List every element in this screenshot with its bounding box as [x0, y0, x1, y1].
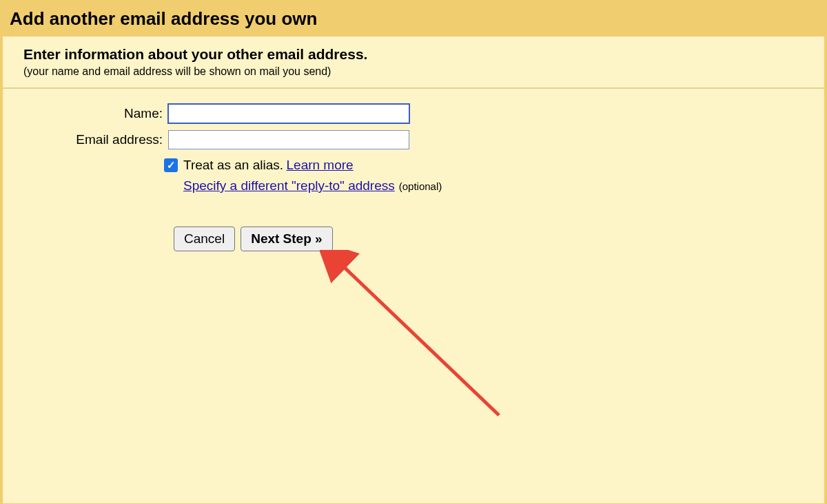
email-row: Email address:: [23, 130, 804, 149]
annotation-arrow-icon: [320, 250, 513, 429]
name-input[interactable]: [168, 104, 409, 123]
alias-row: ✓ Treat as an alias. Learn more: [23, 158, 804, 173]
alias-checkbox[interactable]: ✓: [164, 158, 178, 172]
section-header: Enter information about your other email…: [3, 46, 824, 89]
optional-label: (optional): [399, 180, 442, 192]
title-bar: Add another email address you own: [0, 0, 827, 36]
cancel-button[interactable]: Cancel: [174, 227, 235, 251]
email-label: Email address:: [23, 132, 168, 147]
learn-more-link[interactable]: Learn more: [287, 158, 354, 173]
section-subtitle: (your name and email address will be sho…: [23, 65, 808, 78]
email-input[interactable]: [168, 130, 409, 149]
checkmark-icon: ✓: [167, 159, 176, 171]
dialog-window: Add another email address you own Enter …: [0, 0, 827, 504]
content-panel: Enter information about your other email…: [3, 36, 824, 503]
svg-line-1: [340, 264, 499, 415]
dialog-title: Add another email address you own: [10, 8, 817, 30]
section-title: Enter information about your other email…: [23, 46, 808, 63]
reply-to-row: Specify a different "reply-to" address (…: [23, 178, 804, 193]
form-area: Name: Email address: ✓ Treat as an alias…: [3, 89, 824, 251]
reply-to-link[interactable]: Specify a different "reply-to" address: [183, 178, 395, 193]
name-row: Name:: [23, 104, 804, 123]
name-label: Name:: [23, 106, 168, 121]
alias-text: Treat as an alias.: [183, 158, 283, 173]
button-row: Cancel Next Step »: [174, 227, 804, 251]
next-step-button[interactable]: Next Step »: [241, 227, 332, 251]
